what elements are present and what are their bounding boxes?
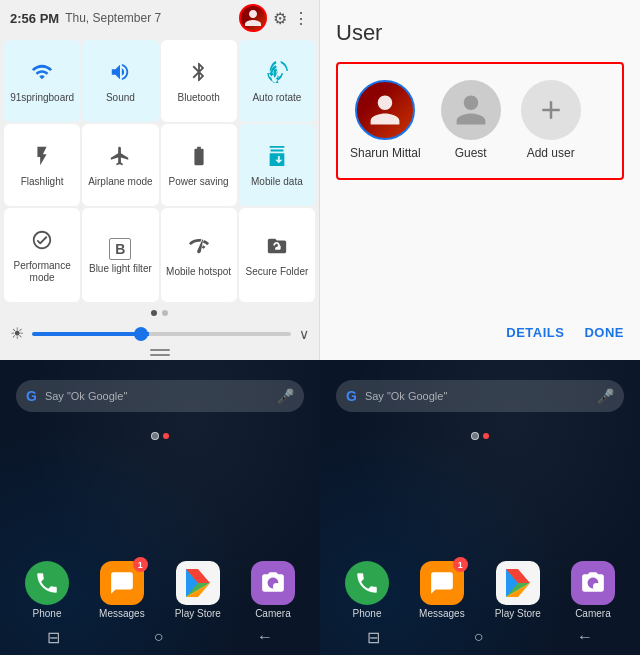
- app-phone-left[interactable]: Phone: [25, 561, 69, 619]
- slider-thumb: [134, 327, 148, 341]
- airplane-label: Airplane mode: [88, 176, 152, 188]
- google-g-right: G: [346, 388, 357, 404]
- playstore-label-right: Play Store: [495, 608, 541, 619]
- tile-bluelight[interactable]: B Blue light filter: [82, 208, 158, 302]
- tile-sound[interactable]: Sound: [82, 40, 158, 122]
- playstore-label-left: Play Store: [175, 608, 221, 619]
- brightness-icon: ☀: [10, 324, 24, 343]
- status-icons: ⚙ ⋮: [239, 4, 309, 32]
- user-name-main: Sharun Mittal: [350, 146, 421, 162]
- home-dot-left: [151, 432, 159, 440]
- search-bar-right[interactable]: G Say "Ok Google" 🎤: [336, 380, 624, 412]
- tile-flashlight[interactable]: Flashlight: [4, 124, 80, 206]
- nav-bar-left: ⊟ ○ ←: [0, 623, 320, 651]
- tile-bluetooth[interactable]: Bluetooth: [161, 40, 237, 122]
- mic-icon-left[interactable]: 🎤: [277, 388, 294, 404]
- camera-label-right: Camera: [575, 608, 611, 619]
- app-messages-right[interactable]: 1 Messages: [419, 561, 465, 619]
- playstore-icon-right: [496, 561, 540, 605]
- user-actions: DETAILS DONE: [336, 315, 624, 340]
- brightness-slider[interactable]: [32, 332, 291, 336]
- wifi-label: 91springboard: [10, 92, 74, 104]
- messages-badge-left: 1: [133, 557, 148, 572]
- user-account-main[interactable]: Sharun Mittal: [350, 80, 421, 162]
- app-playstore-left[interactable]: Play Store: [175, 561, 221, 619]
- sound-icon: [109, 61, 131, 89]
- app-dock-left: Phone 1 Messages: [0, 561, 320, 619]
- dot-1: [151, 310, 157, 316]
- tile-wifi[interactable]: 91springboard: [4, 40, 80, 122]
- bluelight-icon: B: [109, 238, 131, 260]
- flashlight-icon: [31, 145, 53, 173]
- bluetooth-icon: [188, 61, 210, 89]
- home-icon-left[interactable]: ○: [154, 628, 164, 646]
- notif-dot-right: [483, 433, 489, 439]
- tile-powersaving[interactable]: Power saving: [161, 124, 237, 206]
- app-playstore-right[interactable]: Play Store: [495, 561, 541, 619]
- powersaving-icon: [188, 145, 210, 173]
- bluetooth-label: Bluetooth: [177, 92, 219, 104]
- settings-icon[interactable]: ⚙: [273, 9, 287, 28]
- camera-icon-left: [251, 561, 295, 605]
- camera-icon-wrap-left: [251, 561, 295, 605]
- messages-badge-right: 1: [453, 557, 468, 572]
- camera-label-left: Camera: [255, 608, 291, 619]
- recent-icon-left[interactable]: ⊟: [47, 628, 60, 647]
- messages-icon-wrap-left: 1: [100, 561, 144, 605]
- hamburger-row: [0, 345, 319, 360]
- autorotate-label: Auto rotate: [252, 92, 301, 104]
- google-g-left: G: [26, 388, 37, 404]
- search-placeholder-left: Say "Ok Google": [45, 390, 269, 402]
- phone-icon-right: [345, 561, 389, 605]
- back-icon-left[interactable]: ←: [257, 628, 273, 646]
- home-indicator-right: [471, 432, 489, 440]
- back-icon-right[interactable]: ←: [577, 628, 593, 646]
- phone-icon-wrap-right: [345, 561, 389, 605]
- phone-label-right: Phone: [353, 608, 382, 619]
- mobiledata-label: Mobile data: [251, 176, 303, 188]
- quick-settings-panel: 2:56 PM Thu, September 7 ⚙ ⋮: [0, 0, 320, 360]
- airplane-icon: [109, 145, 131, 173]
- user-name-guest: Guest: [455, 146, 487, 162]
- app-phone-right[interactable]: Phone: [345, 561, 389, 619]
- tiles-grid: 91springboard Sound Bluetooth: [0, 36, 319, 306]
- nav-bar-right: ⊟ ○ ←: [320, 623, 640, 651]
- tile-autorotate[interactable]: Auto rotate: [239, 40, 315, 122]
- tile-airplane[interactable]: Airplane mode: [82, 124, 158, 206]
- app-dock-right: Phone 1 Messages: [320, 561, 640, 619]
- playstore-icon-wrap-left: [176, 561, 220, 605]
- messages-icon-wrap-right: 1: [420, 561, 464, 605]
- app-camera-right[interactable]: Camera: [571, 561, 615, 619]
- status-date: Thu, September 7: [65, 11, 239, 25]
- mic-icon-right[interactable]: 🎤: [597, 388, 614, 404]
- phone-label-left: Phone: [33, 608, 62, 619]
- tile-performance[interactable]: Performance mode: [4, 208, 80, 302]
- app-messages-left[interactable]: 1 Messages: [99, 561, 145, 619]
- user-account-guest[interactable]: Guest: [441, 80, 501, 162]
- user-avatar-small[interactable]: [239, 4, 267, 32]
- done-button[interactable]: DONE: [584, 325, 624, 340]
- mobiledata-icon: [266, 145, 288, 173]
- tile-hotspot[interactable]: Mobile hotspot: [161, 208, 237, 302]
- home-icon-right[interactable]: ○: [474, 628, 484, 646]
- phone-icon-wrap-left: [25, 561, 69, 605]
- playstore-icon-left: [176, 561, 220, 605]
- powersaving-label: Power saving: [169, 176, 229, 188]
- more-icon[interactable]: ⋮: [293, 9, 309, 28]
- hamburger-line-2: [150, 354, 170, 356]
- tile-mobiledata[interactable]: Mobile data: [239, 124, 315, 206]
- hamburger-menu[interactable]: [150, 349, 170, 356]
- playstore-icon-wrap-right: [496, 561, 540, 605]
- search-bar-left[interactable]: G Say "Ok Google" 🎤: [16, 380, 304, 412]
- avatar-add: [521, 80, 581, 140]
- user-account-add[interactable]: Add user: [521, 80, 581, 162]
- details-button[interactable]: DETAILS: [506, 325, 564, 340]
- expand-icon[interactable]: ∨: [299, 326, 309, 342]
- dot-2: [162, 310, 168, 316]
- notif-dot-left: [163, 433, 169, 439]
- home-dot-right: [471, 432, 479, 440]
- app-camera-left[interactable]: Camera: [251, 561, 295, 619]
- recent-icon-right[interactable]: ⊟: [367, 628, 380, 647]
- flashlight-label: Flashlight: [21, 176, 64, 188]
- tile-securefolder[interactable]: Secure Folder: [239, 208, 315, 302]
